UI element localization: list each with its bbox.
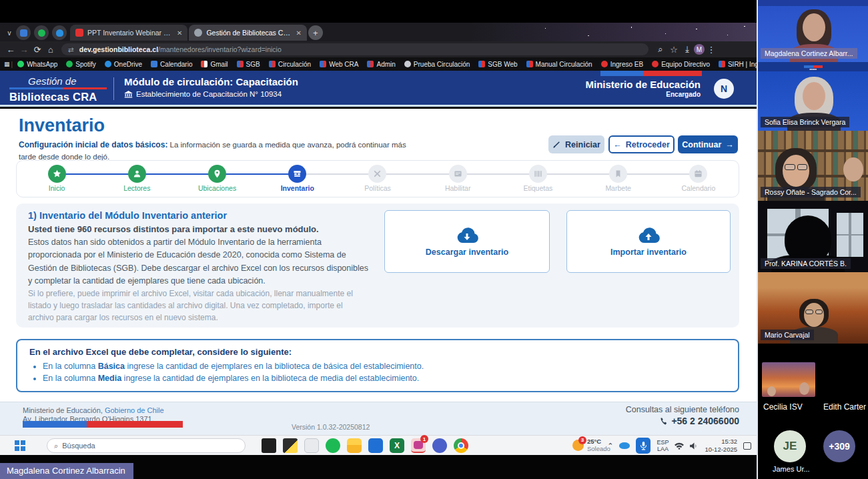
back-step-button[interactable]: ← Retroceder <box>608 135 675 153</box>
step-etiquetas[interactable]: Etiquetas <box>498 161 578 197</box>
tab-close-icon[interactable]: ✕ <box>177 29 182 37</box>
star-icon <box>48 165 66 183</box>
start-button[interactable] <box>15 440 25 451</box>
spotify-icon <box>66 61 73 67</box>
gmail-icon <box>201 61 207 67</box>
new-tab-button[interactable]: + <box>308 25 323 40</box>
bright-window <box>837 213 863 257</box>
site-info-icon[interactable]: ⇄ <box>68 45 74 53</box>
tab-search-chevron-icon[interactable]: v <box>3 29 16 37</box>
tray-chevron-icon[interactable]: ⌃ <box>607 442 613 450</box>
bookmark-admin[interactable]: Admin <box>367 61 395 68</box>
bookmark-web-cra[interactable]: Web CRA <box>320 61 358 68</box>
gobierno-de-chile-link[interactable]: Gobierno de Chile <box>105 406 164 414</box>
step-calendario[interactable]: Calendario <box>659 161 739 197</box>
wifi-icon[interactable] <box>675 442 684 450</box>
overflow-count-bubble[interactable]: +309 <box>823 430 855 462</box>
taskbar-app-chrome[interactable] <box>454 438 468 453</box>
taskbar-app-active-notification[interactable]: 1 <box>411 438 426 453</box>
page-title: Inventario <box>19 115 105 136</box>
contact-phone[interactable]: +56 2 24066000 <box>671 416 739 426</box>
step-inicio[interactable]: Inicio <box>17 161 97 197</box>
weather-badge: 3 <box>578 436 586 444</box>
user-avatar[interactable]: N <box>714 79 734 99</box>
step-politicas[interactable]: Políticas <box>338 161 418 197</box>
onedrive-tray-icon[interactable] <box>619 442 630 449</box>
bookmark-ingreso-eb[interactable]: Ingreso EB <box>601 61 643 68</box>
tools-icon <box>368 165 386 183</box>
pinned-tab-1-icon <box>20 29 27 37</box>
import-inventory-button[interactable]: Importar inventario <box>566 210 731 273</box>
taskbar-app-sticky-notes[interactable] <box>283 438 298 453</box>
home-icon[interactable]: ⌂ <box>44 45 57 55</box>
zoom-page-icon[interactable]: ⌕ <box>654 44 667 55</box>
apps-grid-icon[interactable]: ▦ <box>4 61 10 67</box>
taskbar-app-excel[interactable]: X <box>390 438 404 453</box>
bookmark-sgb-web[interactable]: SGB Web <box>478 61 517 68</box>
taskbar-app-spotify[interactable] <box>326 438 340 453</box>
participant-name-edith[interactable]: Edith Carter <box>823 402 866 412</box>
barcode-icon <box>529 165 547 183</box>
section-subheading: Usted tiene 960 recursos distintos para … <box>28 224 319 234</box>
address-bar[interactable]: ⇄ dev.gestionbiblioteca.cl /mantenedores… <box>61 43 648 55</box>
tab-ppt-inventario[interactable]: PPT Inventario Webinar 10-12... ✕ <box>70 25 187 41</box>
bookmark-circulacion[interactable]: Circulación <box>269 61 311 68</box>
bookmark-sgb[interactable]: SGB <box>237 61 260 68</box>
windows-taskbar: ⌕ Búsqueda X 1 3 25°CSoleado ⌃ ESPLAA <box>0 435 757 455</box>
back-icon[interactable]: ← <box>4 45 17 55</box>
taskbar-app-calculator[interactable] <box>304 438 319 453</box>
taskbar-app-file-explorer[interactable] <box>347 438 362 453</box>
download-inventory-button[interactable]: Descargar inventario <box>384 210 550 273</box>
taskbar-app-notepad[interactable] <box>262 438 276 453</box>
speaker-icon[interactable] <box>690 442 699 450</box>
participant-tile-mario[interactable]: Mario Carvajal <box>758 272 868 344</box>
downloads-icon[interactable]: ⤓ <box>681 44 694 55</box>
bookmark-whatsapp[interactable]: WhatsApp <box>17 61 57 68</box>
taskbar-app-teams[interactable] <box>432 438 447 453</box>
pinned-tab-1[interactable] <box>16 25 31 40</box>
step-ubicaciones[interactable]: Ubicaciones <box>177 161 257 197</box>
forward-icon[interactable]: → <box>17 45 31 55</box>
taskbar-weather[interactable]: 3 25°CSoleado <box>572 438 610 452</box>
app-logo[interactable]: Gestión de Bibliotecas CRA <box>9 75 107 103</box>
step-habilitar[interactable]: Habilitar <box>418 161 498 197</box>
glasses <box>805 310 823 314</box>
reset-button[interactable]: Reiniciar <box>548 135 604 153</box>
taskbar-search[interactable]: ⌕ Búsqueda <box>47 438 246 453</box>
continue-button[interactable]: Continuar → <box>678 135 738 153</box>
taskbar-clock[interactable]: 15:3210-12-2025 <box>705 438 737 454</box>
tab-close-icon[interactable]: ✕ <box>296 29 301 37</box>
bookmark-spotify[interactable]: Spotify <box>66 61 96 68</box>
microphone-button[interactable] <box>636 438 650 454</box>
reload-icon[interactable]: ⟳ <box>31 45 44 55</box>
participant-name-cecilia[interactable]: Cecilia ISV <box>763 402 803 412</box>
profile-avatar[interactable]: M <box>694 44 705 55</box>
participant-tile-rossy[interactable]: Rossy Oñate - Sagrado Cor... <box>758 131 868 201</box>
bookmark-prueba-circulacion[interactable]: Prueba Circulación <box>404 61 470 68</box>
participant-tile-karina[interactable]: Prof. KARINA CORTÉS B. <box>758 201 868 272</box>
participant-avatar-james[interactable]: JE <box>774 430 806 462</box>
bookmark-calendario[interactable]: Calendario <box>151 61 192 68</box>
step-inventario[interactable]: Inventario <box>258 161 338 197</box>
pinned-tab-3[interactable] <box>52 25 67 40</box>
menu-kebab-icon[interactable]: ⋮ <box>705 45 718 55</box>
bookmark-gmail[interactable]: Gmail <box>201 61 228 68</box>
step-lectores[interactable]: Lectores <box>97 161 177 197</box>
tab-gestion-bibliotecas[interactable]: Gestión de Bibliotecas CRA - G... ✕ <box>189 25 306 41</box>
taskbar-app-outlook[interactable] <box>368 438 383 453</box>
bookmark-star-icon[interactable]: ☆ <box>667 45 681 55</box>
establishment-subtitle: Establecimiento de Capacitación N° 10934 <box>124 90 282 98</box>
pdf-favicon <box>75 29 83 37</box>
bookmark-manual-circulacion[interactable]: Manual Circulación <box>526 61 592 68</box>
notification-center-icon[interactable] <box>743 442 751 450</box>
bookmark-equipo-directivo[interactable]: Equipo Directivo <box>652 61 710 68</box>
logo-flag-bar <box>9 87 107 89</box>
language-indicator[interactable]: ESPLAA <box>657 439 669 453</box>
bookmark-onedrive[interactable]: OneDrive <box>105 61 142 68</box>
participant-video-cecilia[interactable] <box>762 362 815 397</box>
step-marbete[interactable]: Marbete <box>578 161 659 197</box>
participant-tile-sofia[interactable]: ■■■■■ Sofia Elisa Brinck Vergara <box>758 62 868 131</box>
pinned-tab-2[interactable] <box>34 25 49 40</box>
flag-icon <box>237 61 244 67</box>
participant-tile-magdalena[interactable]: Magdalena Cortinez Albarr... <box>758 0 868 62</box>
